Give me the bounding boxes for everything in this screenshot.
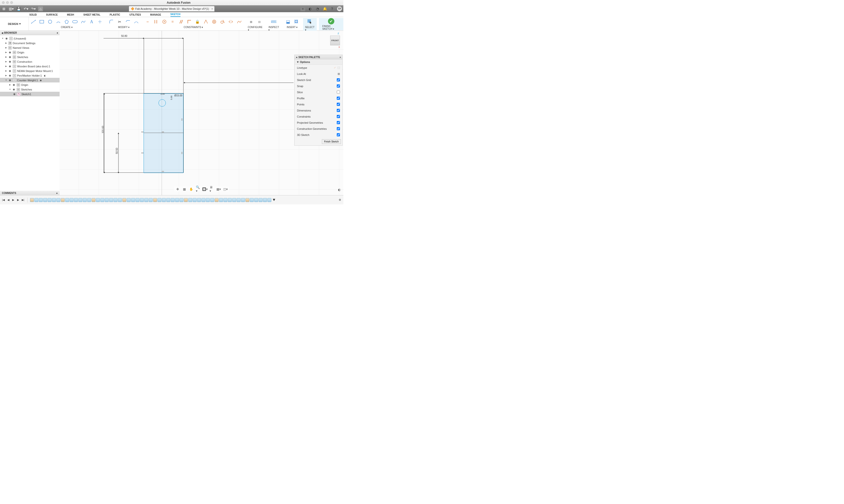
timeline-feature[interactable]	[179, 198, 184, 202]
measure-icon[interactable]	[271, 19, 276, 24]
vertical-constraint-icon[interactable]	[153, 19, 159, 24]
timeline-feature[interactable]	[171, 198, 175, 202]
symmetry-constraint-icon[interactable]	[228, 19, 234, 24]
timeline-feature[interactable]	[188, 198, 192, 202]
timeline-feature[interactable]	[157, 198, 161, 202]
new-tab-icon[interactable]: +	[300, 6, 305, 11]
timeline-playhead[interactable]	[273, 199, 275, 201]
tangent-constraint-icon[interactable]	[220, 19, 225, 24]
timeline-feature[interactable]	[193, 198, 196, 202]
palette-option-constraints[interactable]: Constraints	[294, 113, 342, 120]
help-icon[interactable]: ?	[330, 6, 334, 11]
timeline-feature[interactable]	[245, 198, 249, 202]
tab-mesh[interactable]: MESH	[67, 13, 74, 17]
tree-item-sketch1[interactable]: ◉✎Sketch1	[0, 92, 59, 96]
midpoint-constraint-icon[interactable]	[203, 19, 209, 24]
option-checkbox[interactable]	[337, 109, 340, 112]
timeline-feature[interactable]	[184, 198, 188, 202]
palette-option-construction-geometries[interactable]: Construction Geometries	[294, 126, 342, 132]
rectangle-tool-icon[interactable]	[39, 19, 45, 24]
app-menu-icon[interactable]: ⊞	[1, 6, 6, 11]
timeline-feature[interactable]	[122, 198, 126, 202]
dimension-small-a[interactable]: 3.00	[160, 93, 165, 95]
timeline-feature[interactable]	[87, 198, 91, 202]
minimize-icon[interactable]	[6, 1, 9, 4]
new-file-icon[interactable]: ▥▾	[9, 6, 14, 11]
timeline-feature[interactable]	[166, 198, 170, 202]
timeline-feature[interactable]	[70, 198, 73, 202]
tab-utilities[interactable]: UTILITIES	[130, 13, 141, 17]
polygon-tool-icon[interactable]	[64, 19, 69, 24]
job-status-icon[interactable]: ◔	[315, 6, 320, 11]
extend-tool-icon[interactable]	[125, 19, 131, 24]
browser-header[interactable]: ◀BROWSER●	[0, 31, 59, 35]
point-tool-icon[interactable]	[97, 19, 103, 24]
perpendicular-constraint-icon[interactable]	[187, 19, 192, 24]
user-avatar[interactable]: TP	[337, 6, 342, 11]
timeline-feature[interactable]	[153, 198, 157, 202]
linetype-solid-icon[interactable]: ⟋	[333, 66, 336, 69]
tab-plastic[interactable]: PLASTIC	[110, 13, 120, 17]
timeline-feature[interactable]	[144, 198, 148, 202]
timeline-feature[interactable]	[56, 198, 60, 202]
timeline-feature[interactable]	[232, 198, 236, 202]
palette-option-linetype[interactable]: Linetype⟋⬚	[294, 65, 342, 71]
palette-options-header[interactable]: ▼ Options	[294, 59, 342, 65]
insert-image-icon[interactable]: 🖼	[294, 19, 299, 24]
circle-tool-icon[interactable]	[47, 19, 53, 24]
horizontal-constraint-icon[interactable]: ⬄	[145, 19, 151, 24]
fix-constraint-icon[interactable]: 🔒	[195, 19, 200, 24]
tree-item-construction[interactable]: ◉▭Construction	[0, 59, 59, 64]
redo-icon[interactable]: ↷▾	[31, 6, 36, 11]
spline-tool-icon[interactable]	[81, 19, 86, 24]
timeline-feature[interactable]	[52, 198, 56, 202]
tab-surface[interactable]: SURFACE	[46, 13, 58, 17]
palette-option-sketch-grid[interactable]: Sketch Grid	[294, 77, 342, 83]
timeline-feature[interactable]	[219, 198, 223, 202]
timeline-play-icon[interactable]: ▶	[11, 198, 15, 202]
timeline-feature[interactable]	[228, 198, 232, 202]
tree-item-named-views[interactable]: ▭Named Views	[0, 46, 59, 50]
tree-item-sub-sketches[interactable]: ◉▭Sketches	[0, 87, 59, 92]
workspace-switcher[interactable]: DESIGN▾	[0, 17, 29, 31]
timeline-feature[interactable]	[254, 198, 258, 202]
timeline-feature[interactable]	[210, 198, 214, 202]
timeline-feature[interactable]	[118, 198, 122, 202]
timeline-feature[interactable]	[175, 198, 179, 202]
visibility-icon[interactable]: ◉	[12, 88, 16, 91]
timeline-feature[interactable]	[206, 198, 210, 202]
viewcube-front-face[interactable]: FRONT	[330, 36, 340, 46]
timeline-feature[interactable]	[114, 198, 118, 202]
arc-tool-icon[interactable]	[56, 19, 61, 24]
close-tab-icon[interactable]: ×	[211, 7, 213, 10]
offset-tool-icon[interactable]	[134, 19, 139, 24]
palette-option-points[interactable]: Points	[294, 101, 342, 107]
timeline-feature[interactable]	[259, 198, 262, 202]
visibility-icon[interactable]: ◉	[8, 51, 12, 54]
palette-option-dimensions[interactable]: Dimensions	[294, 107, 342, 113]
tree-item-counter-weight[interactable]: ◉▫Counter Weight:1◉	[0, 78, 59, 83]
equal-constraint-icon[interactable]: =	[170, 19, 175, 24]
timeline-feature[interactable]	[268, 198, 271, 202]
timeline-feature[interactable]	[140, 198, 144, 202]
option-checkbox[interactable]	[337, 127, 340, 130]
finish-sketch-button[interactable]: Finish Sketch	[322, 139, 341, 144]
visibility-icon[interactable]: ◉	[8, 55, 12, 59]
option-checkbox[interactable]	[337, 90, 340, 94]
tree-item-origin[interactable]: ◉▭Origin	[0, 50, 59, 55]
tab-solid[interactable]: SOLID	[29, 13, 37, 17]
palette-option-profile[interactable]: Profile	[294, 95, 342, 101]
visibility-icon[interactable]: ◉	[12, 83, 16, 87]
viewcube[interactable]: Z FRONT X	[330, 32, 340, 48]
pan-icon[interactable]: ✋	[189, 187, 193, 191]
finish-sketch-icon[interactable]: ✔	[328, 18, 334, 24]
timeline-feature[interactable]	[83, 198, 87, 202]
undo-icon[interactable]: ↶▾	[23, 6, 28, 11]
visibility-icon[interactable]: ◉	[13, 92, 16, 96]
visibility-icon[interactable]: ◉	[8, 60, 12, 64]
option-checkbox[interactable]	[337, 78, 340, 82]
look-at-icon[interactable]: ▦	[182, 187, 187, 191]
timeline-feature[interactable]	[48, 198, 52, 202]
option-checkbox[interactable]	[337, 133, 340, 137]
timeline-feature[interactable]	[250, 198, 254, 202]
